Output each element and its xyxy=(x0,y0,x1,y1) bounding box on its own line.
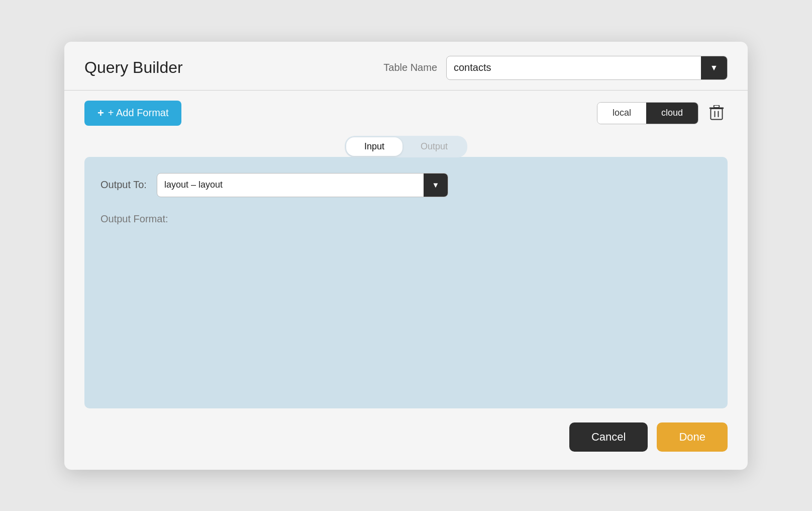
output-to-label: Output To: xyxy=(100,179,147,191)
done-button[interactable]: Done xyxy=(657,422,728,452)
svg-rect-0 xyxy=(710,109,722,119)
svg-rect-4 xyxy=(714,105,720,108)
tab-output[interactable]: Output xyxy=(402,137,466,156)
tab-input[interactable]: Input xyxy=(346,137,402,156)
svg-rect-1 xyxy=(715,111,716,117)
table-name-dropdown[interactable]: ▼ xyxy=(446,56,728,80)
table-name-label: Table Name xyxy=(383,62,437,73)
tab-group: Input Output xyxy=(345,136,467,157)
tabs-row: Input Output xyxy=(64,136,748,157)
local-toggle-btn[interactable]: local xyxy=(597,103,646,124)
table-name-dropdown-btn[interactable]: ▼ xyxy=(701,56,727,79)
delete-button[interactable] xyxy=(705,102,728,124)
dialog-header: Query Builder Table Name ▼ xyxy=(64,42,748,91)
dialog-footer: Cancel Done xyxy=(64,408,748,452)
toolbar-right: local cloud xyxy=(597,102,728,124)
output-to-dropdown[interactable]: ▼ xyxy=(157,173,448,197)
table-name-input[interactable] xyxy=(447,62,701,73)
plus-icon: + xyxy=(97,107,104,120)
chevron-down-icon: ▼ xyxy=(710,63,718,72)
output-to-dropdown-btn[interactable]: ▼ xyxy=(424,174,448,197)
trash-icon xyxy=(708,105,725,121)
add-format-label: + Add Format xyxy=(108,107,169,119)
output-to-input[interactable] xyxy=(157,180,424,190)
local-cloud-toggle: local cloud xyxy=(597,102,698,124)
output-to-row: Output To: ▼ xyxy=(100,173,712,197)
cloud-toggle-btn[interactable]: cloud xyxy=(646,103,698,124)
add-format-button[interactable]: + + Add Format xyxy=(84,101,181,126)
query-builder-dialog: Query Builder Table Name ▼ + + Add Forma… xyxy=(64,42,748,470)
cancel-button[interactable]: Cancel xyxy=(569,422,648,452)
chevron-down-icon: ▼ xyxy=(432,181,439,189)
output-format-label: Output Format: xyxy=(100,213,712,225)
content-area: Output To: ▼ Output Format: xyxy=(84,157,728,408)
dialog-title: Query Builder xyxy=(84,58,183,77)
svg-rect-2 xyxy=(718,111,719,117)
toolbar: + + Add Format local cloud xyxy=(64,91,748,136)
